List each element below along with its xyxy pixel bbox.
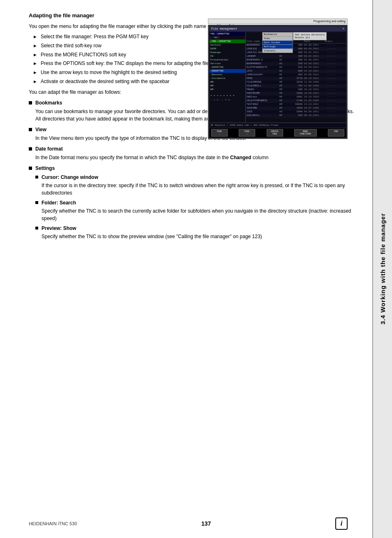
file-type-cell: HP [279, 92, 288, 95]
right-sidebar: 3.4 Working with the file manager [372, 0, 392, 538]
bookmarks-title: Bookmarks [35, 100, 62, 106]
file-name-cell: LSPECIALDAY [247, 73, 279, 77]
file-row: LSPECIALDAY HC 282 04.08.2011 ------ [246, 73, 346, 77]
file-status-cell: ------ [327, 73, 336, 77]
file-date-cell: 08.08.2011 [304, 110, 327, 114]
file-date-cell: 04.08.2011 [304, 66, 327, 70]
file-date-cell: 11.09.2009 [304, 81, 327, 84]
folder-bullet-icon [35, 201, 38, 204]
cursor-bullet-icon [35, 176, 38, 179]
cursor-title: Cursor: Change window [42, 174, 98, 180]
file-row: PHOTOPUMP HP 1500 18.08.2011 ------ [246, 92, 346, 95]
soft-key-page-down[interactable]: PAGE ↓ [239, 129, 255, 137]
file-type-cell: HC [279, 73, 288, 77]
section-heading: Adapting the file manager [29, 12, 360, 19]
file-size-cell: 43839 [288, 103, 304, 107]
file-type-cell: HP [279, 95, 288, 99]
view-title: View [35, 127, 46, 132]
file-date-cell: 24.10.2011 [304, 70, 327, 73]
file-row: ENElate HP 1001 20.10.2010 ------ [246, 95, 346, 99]
file-date-cell: 18.08.2011 [304, 92, 327, 95]
file-status-cell: ------ [327, 88, 336, 92]
tree-item-wm1: WM- [210, 80, 245, 84]
file-type-cell: HP [279, 99, 288, 103]
tree-item-dentech: Dentech [210, 43, 245, 47]
arrow-icon-5: ► [33, 70, 37, 76]
file-name-cell: PPMS [247, 77, 279, 81]
sub-sub-folder: Folder: Search Specify whether the TNC i… [35, 200, 360, 222]
file-date-cell: 28.10.2011 [304, 88, 327, 92]
soft-keys-bar: PAGE ↑ PAGE ↓ UPDATE TREE MORE FUNCTIONS [210, 128, 346, 137]
col-status-header: Statu- [325, 40, 333, 43]
tree-item-dubauge: Dubauge [210, 51, 245, 54]
file-status-cell: ------ [327, 81, 336, 84]
file-status-cell: ------ [327, 114, 336, 118]
soft-key-more-functions[interactable]: MORE FUNCTIONS [294, 129, 317, 137]
soft-key-end[interactable]: END [328, 129, 344, 137]
file-status-cell: ------ [327, 107, 336, 110]
file-name-cell: BOOKMARKS2 [247, 62, 279, 66]
soft-key-page-down-arrow: ↓ [241, 133, 253, 135]
page-number: 137 [201, 520, 211, 527]
file-status-cell: ------ [327, 58, 336, 62]
screen-title-bar: File management × [210, 26, 346, 31]
file-size-cell: 764 [288, 84, 304, 88]
folder-heading: Folder: Search [35, 200, 360, 206]
tree-item-wc: →Incidente [210, 77, 245, 80]
soft-key-update[interactable]: UPDATE TREE [267, 129, 283, 137]
file-row: BOOKMARKS HC 190 08.08.2011 ------ [246, 44, 346, 47]
file-row: FILECMMING HP 3210 11.09.2009 ------ [246, 81, 346, 84]
tree-header: TNC-\SMARTTNC [210, 32, 245, 36]
file-status-cell: ------ [327, 99, 336, 103]
folder-title: Folder: Search [42, 200, 76, 206]
adapt-label-text: You can adapt the file manager as follow… [29, 89, 121, 95]
tree-controls: ✦ ✦ ✦ ✦ ✦ ✦ ✦ ✦ [210, 93, 245, 98]
tree-item-smarttnc2: →SMARTTNC [210, 65, 245, 69]
file-type-cell: HP [279, 103, 288, 107]
file-name-cell: BOOKMARKS.H [247, 58, 279, 62]
file-name-cell: PNEWS [247, 88, 279, 92]
file-size-cell: 282 [288, 73, 304, 77]
soft-key-functions-label: FUNCTIONS [296, 133, 315, 135]
ctx-cancel: (Cancel) [263, 49, 293, 53]
info-delete-all: Delete all [295, 36, 325, 39]
tree-item-wm3: WM- [210, 88, 245, 91]
cursor-text: If the cursor is in the directory tree: … [42, 182, 360, 197]
file-size-cell: 1020 [288, 107, 304, 110]
arrow-icon-4: ► [33, 60, 37, 67]
file-row: IGES HU 1040 08.08.2011 ------ [246, 110, 346, 114]
file-status-cell: ------ [327, 103, 336, 107]
tree-arrows: ↓ +-+- ↓ +-+- [210, 99, 231, 102]
file-row: IOUFSMB HP 1020 20.07.2008 ------ [246, 107, 346, 110]
programming-label: Programming and editing [208, 19, 348, 24]
file-row: SZELDRILL HP 420 08.10.2011 ------ [246, 114, 346, 118]
file-date-cell: 04.08.2011 [304, 73, 327, 77]
settings-title: Settings [35, 165, 55, 171]
info-icon-box: i [335, 517, 348, 530]
preview-heading: Preview: Show [35, 225, 360, 231]
file-name-cell: IGES [247, 110, 279, 114]
sub-sub-cursor: Cursor: Change window If the cursor is i… [35, 174, 360, 197]
info-icon: i [341, 520, 342, 527]
file-size-cell: 609 [288, 70, 304, 73]
file-status-cell: ------ [327, 62, 336, 66]
file-row: BOOKMARKS.H HC 190 04.08.2011 ------ [246, 58, 346, 62]
file-date-cell: 11.06.2009 [304, 84, 327, 88]
tree-item-service: Service [210, 62, 245, 65]
sidebar-title: 3.4 Working with the file manager [379, 213, 386, 325]
file-name-cell: IOUFSMB [247, 107, 279, 110]
context-menu: Bookmarks View Date format Settings (Can… [262, 32, 293, 53]
file-date-cell: 04.08.2011 [304, 62, 327, 66]
tree-item-incidente: →Denotes [210, 73, 245, 77]
date-format-bullet-icon [29, 147, 32, 151]
soft-key-page-up[interactable]: PAGE ↑ [211, 129, 228, 137]
preview-title: Preview: Show [42, 225, 76, 231]
file-size-cell: 190 [288, 58, 304, 62]
preview-bullet-icon [35, 227, 38, 230]
file-type-cell: HC [279, 70, 288, 73]
file-date-cell: 08.10.2011 [304, 77, 327, 81]
file-type-cell: HP [279, 77, 288, 81]
tree-item-denotes: →SMARTTNC [210, 69, 245, 73]
file-size-cell: 3210 [288, 81, 304, 84]
file-size-cell: 420 [288, 114, 304, 118]
